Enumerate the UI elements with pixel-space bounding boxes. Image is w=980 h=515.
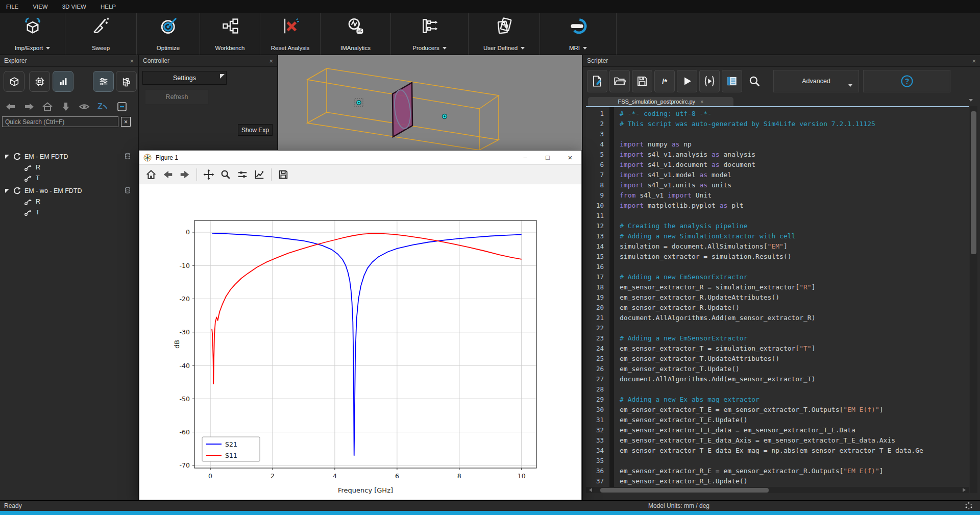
imanalytics-button[interactable]: IMAnalytics: [321, 13, 391, 55]
zoom-z-icon[interactable]: Z: [95, 100, 110, 113]
refresh-button[interactable]: Refresh: [145, 89, 209, 105]
tree-item-em-wo-fdtd[interactable]: EM - wo - EM FDTD: [0, 185, 139, 196]
advanced-dropdown[interactable]: Advanced: [773, 70, 859, 92]
search-script-button[interactable]: [744, 70, 765, 92]
comment-button[interactable]: /*: [654, 70, 675, 92]
close-icon[interactable]: ×: [972, 58, 976, 64]
tab-pipeline[interactable]: [116, 71, 137, 92]
menu-3d-view[interactable]: 3D VIEW: [62, 4, 86, 10]
line-number: 21: [586, 313, 608, 323]
tab-analysis[interactable]: [53, 71, 74, 92]
tree-item-t[interactable]: T: [0, 207, 139, 217]
mri-button[interactable]: MRI: [540, 13, 617, 55]
save-figure-icon[interactable]: [276, 167, 291, 182]
script-tab[interactable]: FSS_simulation_postprocirc.py ×: [588, 97, 733, 106]
tab-simulation[interactable]: [29, 71, 50, 92]
sweep-label: Sweep: [92, 45, 110, 51]
home-icon[interactable]: [143, 167, 159, 182]
close-tab-icon[interactable]: ×: [700, 99, 703, 105]
figure-titlebar[interactable]: Figure 1 – □ ×: [139, 151, 581, 165]
menu-help[interactable]: HELP: [101, 4, 116, 10]
scroll-right-icon[interactable]: [963, 488, 966, 492]
chevron-down-icon[interactable]: [521, 47, 525, 50]
quick-search-input[interactable]: [2, 116, 118, 127]
show-exp-button[interactable]: Show Exp: [238, 124, 273, 136]
help-button[interactable]: ?: [863, 70, 950, 92]
down-arrow-icon[interactable]: [58, 100, 74, 113]
tab-filter[interactable]: [93, 71, 114, 92]
user-defined-icon: [495, 16, 514, 36]
scrollbar-thumb[interactable]: [600, 488, 769, 493]
scroll-left-icon[interactable]: [589, 488, 592, 492]
clear-search-icon[interactable]: ×: [121, 117, 131, 127]
svg-text:-50: -50: [180, 395, 190, 403]
producers-button[interactable]: Producers: [391, 13, 469, 55]
svg-text:0: 0: [208, 472, 212, 480]
imanalytics-label: IMAnalytics: [340, 45, 371, 51]
open-script-button[interactable]: [609, 70, 630, 92]
chevron-down-icon[interactable]: [443, 47, 447, 50]
minimize-icon[interactable]: –: [514, 151, 536, 165]
expander-icon[interactable]: [5, 155, 9, 159]
scripter-header: Scripter ×: [583, 55, 980, 67]
tab-list-chevron-icon[interactable]: [969, 99, 973, 102]
tab-model[interactable]: [4, 71, 24, 92]
tree-item-t[interactable]: T: [0, 173, 139, 183]
tree-item-r[interactable]: R: [0, 162, 139, 173]
reset-analysis-button[interactable]: Reset Analysis: [260, 13, 321, 55]
tree-item-r[interactable]: R: [0, 196, 139, 207]
viewport-3d[interactable]: [278, 55, 582, 150]
line-number: 1: [586, 109, 608, 119]
optimize-button[interactable]: Optimize: [137, 13, 200, 55]
code-line: # Adding a new Ex abs mag extractor: [620, 395, 969, 405]
close-icon[interactable]: ×: [269, 58, 273, 64]
scrollbar-thumb[interactable]: [971, 111, 976, 254]
zoom-rect-icon[interactable]: [218, 167, 233, 182]
expander-icon[interactable]: [5, 189, 9, 193]
vertical-scrollbar[interactable]: [970, 106, 977, 493]
horizontal-scrollbar[interactable]: [586, 487, 969, 493]
workbench-button[interactable]: Workbench: [200, 13, 260, 55]
sweep-button[interactable]: Sweep: [65, 13, 137, 55]
port-1-center: [358, 102, 359, 103]
eye-icon[interactable]: [77, 100, 92, 113]
menu-file[interactable]: FILE: [6, 4, 18, 10]
line-number: 4: [586, 139, 608, 150]
back-arrow-icon[interactable]: [3, 100, 18, 113]
user-defined-button[interactable]: User Defined: [469, 13, 540, 55]
explorer-header: Explorer ×: [0, 55, 138, 67]
forward-icon[interactable]: [177, 167, 192, 182]
code-editor[interactable]: 1234567891011121314151617181920212223242…: [586, 106, 969, 493]
new-script-button[interactable]: [587, 70, 607, 92]
chevron-down-icon[interactable]: [46, 47, 50, 50]
log-console-button[interactable]: [722, 70, 742, 92]
figure-canvas[interactable]: 02468100-10-20-30-40-50-60-70Frequency […: [139, 184, 581, 500]
save-icon: [635, 75, 649, 88]
forward-arrow-icon[interactable]: [21, 100, 37, 113]
maximize-icon[interactable]: □: [536, 151, 559, 165]
back-icon[interactable]: [160, 167, 176, 182]
tree-label: R: [36, 198, 40, 205]
settings-dropdown[interactable]: Settings: [142, 71, 227, 85]
imp-export-label: Imp/Export: [15, 45, 43, 51]
code-line: # -*- coding: utf-8 -*-: [620, 109, 969, 119]
close-icon[interactable]: ×: [130, 58, 134, 64]
collapse-all-icon[interactable]: [114, 100, 130, 113]
code-line: [620, 323, 969, 333]
axes-customize-icon[interactable]: [252, 167, 267, 182]
close-icon[interactable]: ×: [559, 151, 581, 165]
run-selection-button[interactable]: [699, 70, 720, 92]
line-number: 18: [586, 282, 608, 292]
tree-item-em-fdtd[interactable]: EM - EM FDTD: [0, 151, 139, 162]
pan-icon[interactable]: [201, 167, 216, 182]
line-number: 11: [586, 211, 608, 221]
home-icon[interactable]: [40, 100, 55, 113]
line-number: 25: [586, 354, 608, 364]
explorer-tree: EM - EM FDTD R: [0, 148, 139, 217]
imp-export-button[interactable]: Imp/Export: [0, 13, 65, 55]
run-script-button[interactable]: [677, 70, 697, 92]
subplots-config-icon[interactable]: [235, 167, 250, 182]
menu-view[interactable]: VIEW: [33, 4, 47, 10]
chevron-down-icon[interactable]: [583, 47, 587, 50]
save-script-button[interactable]: [632, 70, 652, 92]
